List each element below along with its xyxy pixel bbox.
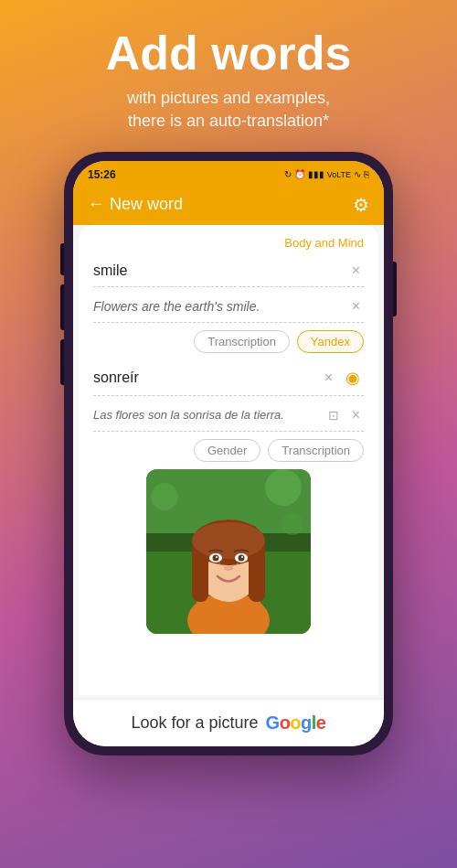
translation-clear-icon[interactable]: × xyxy=(321,368,336,388)
phone-screen: 15:26 ↻ ⏰ ▮▮▮ VoLTE ∿ ⎘ ← New word ⚙ xyxy=(73,161,384,746)
svg-point-13 xyxy=(192,522,265,559)
copy-icon[interactable]: ⊡ xyxy=(324,406,343,424)
status-time: 15:26 xyxy=(88,168,116,181)
translation-example-input[interactable]: Las flores son la sonrisa de la tierra. xyxy=(93,408,324,422)
hero-subtitle: with pictures and examples, there is an … xyxy=(106,87,352,133)
translation-icons: × ◉ xyxy=(321,366,364,390)
example-clear-icon[interactable]: × xyxy=(348,296,364,316)
word-buttons-row: Transcription Yandex xyxy=(93,330,364,353)
gender-button[interactable]: Gender xyxy=(194,439,260,462)
svg-point-5 xyxy=(282,513,303,535)
search-text: Look for a picture xyxy=(132,713,259,733)
svg-point-18 xyxy=(216,556,218,558)
hero-title: Add words xyxy=(106,27,352,80)
google-logo: Google xyxy=(266,713,326,734)
example-input[interactable]: Flowers are the earth's smile. xyxy=(93,299,348,314)
back-arrow-icon: ← xyxy=(88,195,104,214)
word-clear-icon[interactable]: × xyxy=(348,261,364,281)
svg-point-3 xyxy=(151,483,178,510)
phone-mockup: 15:26 ↻ ⏰ ▮▮▮ VoLTE ∿ ⎘ ← New word ⚙ xyxy=(64,152,393,755)
status-bar: 15:26 ↻ ⏰ ▮▮▮ VoLTE ∿ ⎘ xyxy=(73,161,384,185)
svg-point-19 xyxy=(241,556,243,558)
volume-down-button xyxy=(60,339,64,385)
sound-icon[interactable]: ◉ xyxy=(342,366,364,390)
example-input-row: Flowers are the earth's smile. × xyxy=(93,291,364,323)
translation-example-icons: ⊡ × xyxy=(324,405,364,425)
svg-point-20 xyxy=(224,565,233,571)
translation-example-clear-icon[interactable]: × xyxy=(348,405,364,425)
svg-point-22 xyxy=(223,564,225,566)
word-input[interactable]: smile xyxy=(93,263,348,279)
category-label[interactable]: Body and Mind xyxy=(93,236,364,250)
transcription-button[interactable]: Transcription xyxy=(194,330,290,353)
translation-transcription-button[interactable]: Transcription xyxy=(268,439,364,462)
svg-point-24 xyxy=(237,562,239,563)
nav-title: New word xyxy=(110,195,183,214)
translation-input-row: sonreír × ◉ xyxy=(93,360,364,396)
volume-up-button xyxy=(60,284,64,330)
yandex-button[interactable]: Yandex xyxy=(297,330,364,353)
hero-section: Add words with pictures and examples, th… xyxy=(88,0,370,143)
translation-input[interactable]: sonreír xyxy=(93,370,321,386)
nav-bar: ← New word ⚙ xyxy=(73,185,384,225)
power-button xyxy=(393,262,397,316)
mute-button xyxy=(60,243,64,275)
phone-body: 15:26 ↻ ⏰ ▮▮▮ VoLTE ∿ ⎘ ← New word ⚙ xyxy=(64,152,393,755)
content-area: Body and Mind smile × Flowers are the ea… xyxy=(79,225,378,695)
svg-point-17 xyxy=(239,554,245,561)
status-icons: ↻ ⏰ ▮▮▮ VoLTE ∿ ⎘ xyxy=(284,169,369,179)
svg-rect-7 xyxy=(197,597,260,634)
settings-gear-icon[interactable]: ⚙ xyxy=(353,194,369,216)
word-image-svg xyxy=(146,469,311,634)
google-search-bar[interactable]: Look for a picture Google xyxy=(73,699,384,746)
translation-example-row: Las flores son la sonrisa de la tierra. … xyxy=(93,400,364,432)
word-input-row: smile × xyxy=(93,255,364,287)
svg-point-21 xyxy=(218,562,220,563)
svg-point-4 xyxy=(265,469,302,506)
svg-point-23 xyxy=(232,564,234,566)
back-button[interactable]: ← New word xyxy=(88,195,183,214)
translation-buttons-row: Gender Transcription xyxy=(93,439,364,462)
word-image[interactable] xyxy=(146,469,311,634)
svg-point-16 xyxy=(213,554,219,561)
